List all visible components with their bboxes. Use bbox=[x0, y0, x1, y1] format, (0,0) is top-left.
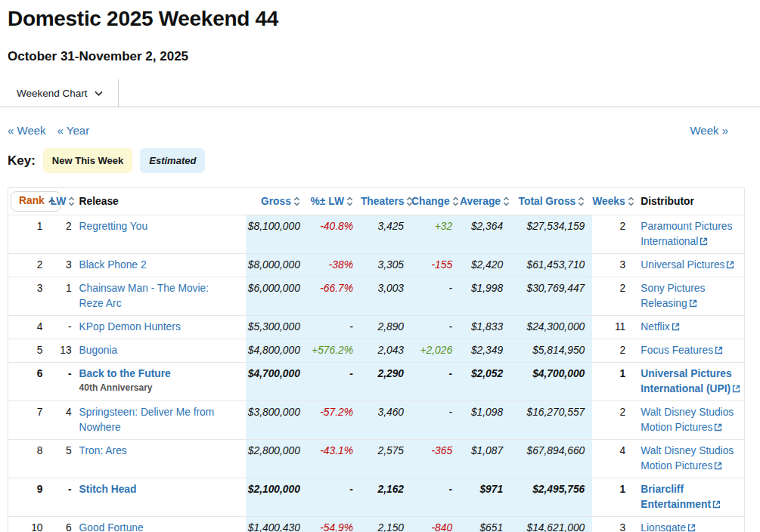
weeks-cell: 1 bbox=[592, 363, 633, 401]
rank-cell: 4 bbox=[8, 316, 51, 339]
column-header-rank[interactable]: Rank bbox=[8, 188, 51, 215]
total-gross-cell: $16,270,557 bbox=[510, 401, 592, 440]
distributor-cell: Universal Pictures International (UPI) bbox=[633, 363, 744, 401]
distributor-link[interactable]: Sony Pictures Releasing bbox=[641, 283, 705, 309]
release-cell: Regretting You bbox=[79, 215, 246, 254]
theaters-cell: 3,305 bbox=[361, 254, 411, 277]
table-row: 5 13 Bugonia $4,800,000 +576.2% 2,043 +2… bbox=[8, 339, 745, 363]
box-arrow-up-right-icon bbox=[713, 345, 723, 356]
distributor-link[interactable]: Universal Pictures bbox=[641, 259, 734, 271]
gross-cell: $8,000,000 bbox=[246, 254, 308, 277]
column-header-gross[interactable]: Gross bbox=[246, 188, 308, 215]
total-gross-cell: $67,894,660 bbox=[510, 440, 592, 478]
weeks-cell: 11 bbox=[592, 316, 633, 339]
up-down-chevrons-icon bbox=[575, 196, 585, 207]
release-link[interactable]: Stitch Head bbox=[79, 484, 137, 495]
rank-cell: 7 bbox=[8, 401, 51, 440]
box-arrow-up-right-icon bbox=[711, 499, 721, 510]
box-arrow-up-right-icon bbox=[686, 522, 696, 532]
date-range: October 31-November 2, 2025 bbox=[8, 48, 760, 64]
release-link[interactable]: Chainsaw Man - The Movie: Reze Arc bbox=[79, 283, 209, 309]
total-gross-cell: $5,814,950 bbox=[510, 339, 592, 363]
column-header-change[interactable]: Change bbox=[411, 188, 460, 215]
gross-cell: $4,800,000 bbox=[246, 339, 308, 363]
chart-type-dropdown[interactable]: Weekend Chart bbox=[8, 79, 119, 107]
average-cell: $2,052 bbox=[460, 363, 510, 401]
total-gross-cell: $14,621,000 bbox=[510, 517, 592, 532]
release-link[interactable]: Tron: Ares bbox=[79, 445, 127, 456]
rank-cell: 10 bbox=[8, 517, 51, 532]
pct-lw-cell: -38% bbox=[308, 254, 361, 277]
release-cell: Bugonia bbox=[79, 339, 246, 363]
release-link[interactable]: Springsteen: Deliver Me from Nowhere bbox=[79, 407, 215, 433]
distributor-link[interactable]: Walt Disney Studios Motion Pictures bbox=[641, 407, 734, 433]
gross-cell: $6,000,000 bbox=[246, 277, 308, 316]
box-arrow-up-right-icon bbox=[687, 298, 697, 309]
column-header-average[interactable]: Average bbox=[460, 188, 510, 215]
box-arrow-up-right-icon bbox=[698, 236, 708, 247]
column-header-theaters[interactable]: Theaters bbox=[361, 188, 411, 215]
change-cell: -365 bbox=[411, 440, 460, 478]
release-link[interactable]: Good Fortune bbox=[79, 522, 144, 532]
release-link[interactable]: KPop Demon Hunters bbox=[79, 321, 181, 332]
lw-cell: 2 bbox=[51, 215, 79, 254]
box-arrow-up-right-icon bbox=[731, 383, 740, 394]
prev-week-link[interactable]: « Week bbox=[8, 124, 46, 137]
theaters-cell: 2,575 bbox=[361, 440, 411, 478]
gross-cell: $2,100,000 bbox=[246, 478, 308, 517]
average-cell: $651 bbox=[460, 517, 510, 532]
distributor-cell: Focus Features bbox=[633, 339, 744, 363]
table-row: 3 1 Chainsaw Man - The Movie: Reze Arc $… bbox=[8, 277, 745, 316]
release-cell: Springsteen: Deliver Me from Nowhere bbox=[79, 401, 246, 440]
up-down-chevrons-icon bbox=[501, 196, 510, 207]
lw-cell: 13 bbox=[51, 339, 79, 363]
chart-tab-bar: Weekend Chart bbox=[0, 79, 760, 107]
release-link[interactable]: Black Phone 2 bbox=[79, 259, 147, 271]
next-week-link[interactable]: Week » bbox=[690, 124, 728, 137]
gross-cell: $4,700,000 bbox=[246, 363, 308, 401]
release-link[interactable]: Back to the Future bbox=[79, 368, 171, 379]
lw-cell: 1 bbox=[51, 277, 79, 316]
key-legend: Key: New This Week Estimated bbox=[8, 148, 760, 173]
pct-lw-cell: - bbox=[308, 363, 361, 401]
distributor-cell: Netflix bbox=[633, 316, 744, 339]
gross-cell: $3,800,000 bbox=[246, 401, 308, 440]
release-link[interactable]: Bugonia bbox=[79, 345, 118, 356]
table-row: 7 4 Springsteen: Deliver Me from Nowhere… bbox=[8, 401, 745, 440]
table-row: 10 6 Good Fortune $1,400,430 -54.9% 2,15… bbox=[8, 517, 745, 532]
column-header-total-gross[interactable]: Total Gross bbox=[510, 188, 592, 215]
distributor-link[interactable]: Focus Features bbox=[641, 345, 723, 356]
change-cell: +32 bbox=[411, 215, 460, 254]
distributor-link[interactable]: Netflix bbox=[641, 321, 679, 332]
distributor-link[interactable]: Briarcliff Entertainment bbox=[641, 484, 721, 510]
theaters-cell: 2,162 bbox=[361, 478, 411, 517]
pct-lw-cell: - bbox=[308, 478, 361, 517]
weeks-cell: 3 bbox=[592, 517, 633, 532]
column-header-distributor: Distributor bbox=[633, 188, 744, 215]
column-header-pct-lw[interactable]: %± LW bbox=[308, 188, 361, 215]
release-link[interactable]: Regretting You bbox=[79, 221, 148, 232]
theaters-cell: 2,290 bbox=[361, 363, 411, 401]
lw-cell: - bbox=[51, 478, 79, 517]
box-arrow-up-right-icon bbox=[712, 422, 722, 433]
total-gross-cell: $30,769,447 bbox=[510, 277, 592, 316]
gross-cell: $1,400,430 bbox=[246, 517, 308, 532]
pct-lw-cell: +576.2% bbox=[308, 339, 361, 363]
distributor-link[interactable]: Paramount Pictures International bbox=[641, 221, 732, 247]
rank-cell: 3 bbox=[8, 277, 51, 316]
box-arrow-up-right-icon bbox=[724, 259, 734, 271]
table-row: 4 - KPop Demon Hunters $5,300,000 - 2,89… bbox=[8, 316, 745, 339]
weeks-cell: 2 bbox=[592, 215, 633, 254]
average-cell: $1,833 bbox=[460, 316, 510, 339]
lw-cell: 5 bbox=[51, 440, 79, 478]
distributor-link[interactable]: Universal Pictures International (UPI) bbox=[641, 368, 740, 394]
distributor-link[interactable]: Walt Disney Studios Motion Pictures bbox=[641, 445, 734, 472]
chart-type-label: Weekend Chart bbox=[17, 88, 88, 99]
distributor-cell: Briarcliff Entertainment bbox=[633, 478, 744, 517]
column-header-weeks[interactable]: Weeks bbox=[592, 188, 633, 215]
release-cell: Back to the Future40th Anniversary bbox=[79, 363, 246, 401]
distributor-link[interactable]: Lionsgate bbox=[641, 522, 696, 532]
prev-year-link[interactable]: « Year bbox=[57, 124, 90, 137]
chevron-down-icon bbox=[95, 88, 103, 99]
table-row: 2 3 Black Phone 2 $8,000,000 -38% 3,305 … bbox=[8, 254, 745, 277]
